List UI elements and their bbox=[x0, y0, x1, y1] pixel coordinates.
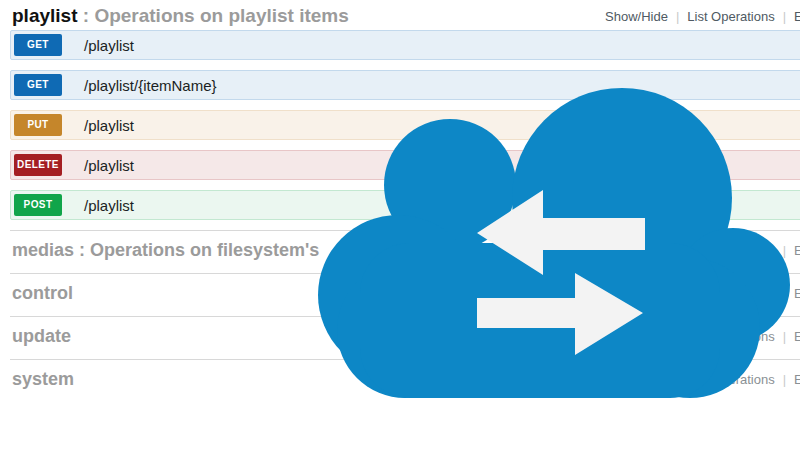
cloud-transfer-icon bbox=[0, 0, 800, 450]
swagger-api-page: playlist : Operations on playlist items … bbox=[0, 0, 800, 450]
